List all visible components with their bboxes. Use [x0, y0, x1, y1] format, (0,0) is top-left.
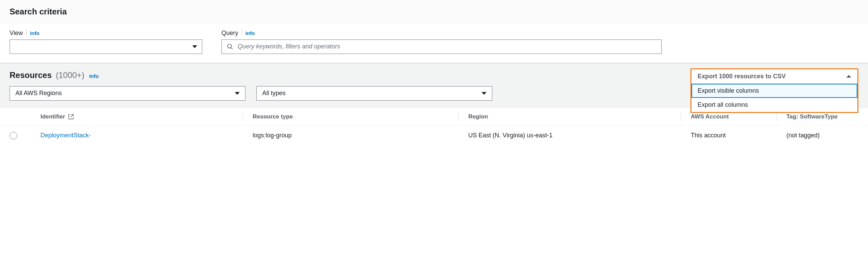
- query-label: Query: [221, 30, 238, 37]
- row-aws-account-cell: This account: [691, 132, 776, 139]
- caret-down-icon: [192, 45, 197, 48]
- resources-count: (1000+): [56, 70, 84, 80]
- row-region-cell: US East (N. Virginia) us-east-1: [468, 132, 681, 139]
- svg-point-0: [228, 44, 232, 48]
- search-criteria-header: Search criteria: [0, 0, 868, 23]
- caret-up-icon: [846, 75, 851, 78]
- export-menu: Export visible columns Export all column…: [691, 84, 857, 112]
- column-tag[interactable]: Tag: SoftwareType: [786, 113, 858, 120]
- column-divider: [243, 112, 243, 121]
- view-select[interactable]: [10, 39, 202, 54]
- column-divider: [776, 112, 777, 121]
- export-dropdown: Export 1000 resources to CSV Export visi…: [690, 68, 858, 113]
- row-select-cell: [10, 132, 40, 139]
- query-field-group: Query Info Query keywords, filters and o…: [221, 29, 662, 54]
- separator: [242, 29, 242, 35]
- resources-panel: Resources (1000+) Info Export 1000 resou…: [0, 63, 868, 145]
- column-aws-account-label: AWS Account: [691, 113, 729, 120]
- caret-down-icon: [235, 92, 240, 95]
- row-identifier-cell: DeploymentStack-: [40, 132, 243, 139]
- region-filter-value: All AWS Regions: [15, 90, 62, 97]
- row-resource-type-cell: logs:log-group: [253, 132, 458, 139]
- search-icon: [227, 43, 233, 50]
- search-criteria-title: Search criteria: [10, 7, 858, 17]
- query-placeholder: Query keywords, filters and operators: [238, 43, 340, 50]
- column-divider: [681, 112, 681, 121]
- search-criteria-panel: Search criteria View Info Query Info: [0, 0, 868, 63]
- region-filter-select[interactable]: All AWS Regions: [10, 86, 245, 101]
- export-button[interactable]: Export 1000 resources to CSV: [691, 69, 857, 84]
- row-select-radio[interactable]: [10, 132, 17, 139]
- column-region[interactable]: Region: [468, 113, 681, 120]
- resources-info-link[interactable]: Info: [89, 73, 99, 79]
- query-info-link[interactable]: Info: [245, 30, 255, 36]
- query-input[interactable]: Query keywords, filters and operators: [221, 39, 662, 54]
- resources-header: Resources (1000+) Info Export 1000 resou…: [0, 64, 868, 83]
- row-tag-cell: (not tagged): [786, 132, 858, 139]
- caret-down-icon: [482, 92, 486, 95]
- row-identifier-link[interactable]: DeploymentStack-: [40, 132, 91, 139]
- column-identifier[interactable]: Identifier: [40, 113, 243, 120]
- resources-title: Resources: [10, 70, 52, 80]
- export-option-visible-columns[interactable]: Export visible columns: [691, 84, 857, 98]
- view-info-link[interactable]: Info: [30, 30, 40, 36]
- resources-title-row: Resources (1000+) Info: [10, 70, 99, 80]
- column-region-label: Region: [468, 113, 488, 120]
- table-row: DeploymentStack- logs:log-group US East …: [0, 126, 868, 145]
- svg-line-1: [231, 47, 233, 49]
- export-button-label: Export 1000 resources to CSV: [698, 73, 786, 80]
- column-resource-type-label: Resource type: [253, 113, 293, 120]
- column-tag-label: Tag: SoftwareType: [786, 113, 838, 120]
- view-label: View: [10, 30, 23, 37]
- separator: [26, 29, 27, 35]
- view-field-group: View Info: [10, 29, 202, 54]
- resources-table: Identifier Resource type Region AW: [0, 108, 868, 145]
- column-resource-type[interactable]: Resource type: [253, 113, 458, 120]
- query-label-row: Query Info: [221, 29, 662, 37]
- external-link-icon: [68, 114, 74, 120]
- export-option-all-columns[interactable]: Export all columns: [691, 98, 857, 112]
- column-aws-account[interactable]: AWS Account: [691, 113, 776, 120]
- type-filter-value: All types: [262, 90, 286, 97]
- search-criteria-body: View Info Query Info Query keywords, fi: [0, 23, 868, 63]
- column-identifier-label: Identifier: [40, 113, 65, 120]
- column-divider: [458, 112, 459, 121]
- type-filter-select[interactable]: All types: [256, 86, 492, 101]
- view-label-row: View Info: [10, 29, 202, 37]
